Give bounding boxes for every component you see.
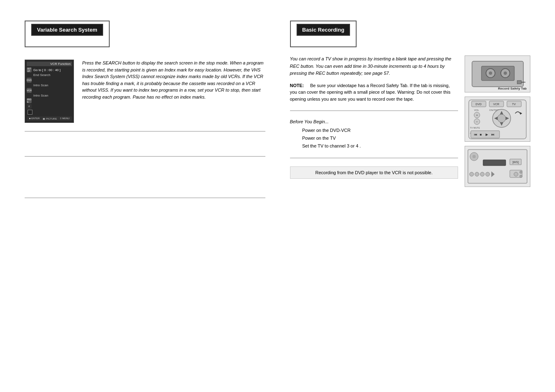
- vcr-row-prog: PROG: [27, 98, 72, 103]
- br-steps-list: Power on the DVD-VCR Power on the TV Set…: [290, 127, 458, 150]
- br-intro-text: You can record a TV show in progress by …: [290, 55, 458, 77]
- divider-2: [25, 156, 265, 157]
- vcr-front-svg: [WS]: [467, 148, 528, 185]
- svg-point-47: [514, 172, 518, 176]
- br-header-box: Basic Recording: [290, 21, 357, 47]
- svg-point-38: [472, 155, 476, 158]
- br-before-label: Before You Begin...: [290, 119, 458, 124]
- br-before-section: Before You Begin... Power on the DVD-VCR…: [290, 119, 458, 150]
- br-images-column: Record Safety Tab DVD VCR: [465, 55, 530, 187]
- svg-text:VCR: VCR: [493, 103, 500, 106]
- br-note-label: NOTE:: [290, 83, 304, 88]
- svg-point-48: [520, 171, 522, 173]
- svg-text:VOL: VOL: [474, 109, 479, 111]
- vcr-introscan1-label: Intro Scan: [27, 83, 48, 87]
- vcr-row-setup: SETUP Go to [ 0 : 00 : 40 ]: [27, 67, 72, 72]
- dvd-icon: DVD: [27, 78, 32, 83]
- vcr-goto-label: Go to [ 0 : 00 : 40 ]: [33, 68, 60, 72]
- two-column-layout: Variable Search System VCR Function SETU…: [16, 12, 539, 380]
- vcr-front-image-box: [WS]: [465, 146, 530, 187]
- svg-point-44: [480, 172, 484, 176]
- vcr-row-introscan-1: Intro Scan: [27, 83, 72, 87]
- svg-text:DVD: DVD: [476, 103, 482, 106]
- svg-text:+: +: [476, 113, 478, 117]
- svg-text:⏮: ⏮: [474, 133, 477, 136]
- vcr-btn-enter: ■ ENTER: [29, 117, 40, 120]
- vcr-row-vcr: VCR: [27, 88, 72, 93]
- vss-title: Variable Search System: [31, 24, 103, 36]
- vcr-row-func: F: [27, 104, 72, 109]
- cassette-svg: [470, 58, 525, 90]
- remote-svg: DVD VCR TV VOL ON/TIME +: [467, 98, 528, 141]
- vcr-screen-header: VCR Function: [27, 62, 72, 66]
- svg-rect-39: [483, 160, 506, 166]
- svg-text:⏭: ⏭: [491, 133, 495, 136]
- setup-icon: SETUP: [27, 67, 32, 72]
- vcr-row-dvd: DVD: [27, 78, 72, 83]
- vcr-btn-picture: ▣ PICTURE: [43, 117, 57, 120]
- divider-3: [25, 198, 265, 198]
- cassette-image-box: Record Safety Tab: [465, 55, 530, 92]
- recording-notice-text: Recording from the DVD player to the VCR…: [315, 170, 433, 175]
- br-main-content: You can record a TV show in progress by …: [290, 55, 531, 187]
- br-text-column: You can record a TV show in progress by …: [290, 55, 458, 187]
- svg-point-5: [504, 71, 507, 75]
- page-container: Variable Search System VCR Function SETU…: [0, 0, 555, 392]
- vcr-bottom-bar: ■ ENTER ▣ PICTURE ≡ MENU: [27, 116, 72, 121]
- right-column: Basic Recording You can record a TV show…: [282, 12, 539, 380]
- br-divider-1: [290, 111, 458, 111]
- remote-image-box: DVD VCR TV VOL ON/TIME +: [465, 97, 530, 142]
- br-step-2: Power on the TV: [302, 134, 458, 142]
- svg-point-3: [489, 71, 492, 75]
- br-step-3: Set the TV to channel 3 or 4 .: [302, 142, 458, 150]
- svg-text:[WS]: [WS]: [512, 161, 518, 164]
- svg-text:TV MUTE: TV MUTE: [470, 127, 480, 129]
- vcr-row-endsearch: End Search: [27, 73, 72, 77]
- vcr-bottom-square: [28, 110, 32, 115]
- svg-text:■: ■: [480, 133, 482, 136]
- br-note-section: NOTE: Be sure your videotape has a Recor…: [290, 82, 458, 103]
- svg-point-42: [470, 172, 474, 176]
- br-note-text: Be sure your videotape has a Record Safe…: [290, 83, 451, 101]
- divider-1: [25, 131, 265, 131]
- record-safety-label: Record Safety Tab: [498, 87, 527, 90]
- br-title: Basic Recording: [297, 24, 350, 36]
- svg-point-43: [475, 172, 479, 176]
- svg-text:TV: TV: [512, 103, 516, 106]
- vcr-btn-menu: ≡ MENU: [60, 117, 69, 120]
- vcr-screen: VCR Function SETUP Go to [ 0 : 00 : 40 ]…: [25, 60, 74, 123]
- vcr-row-introscan-2: Intro Scan: [27, 94, 72, 97]
- svg-point-23: [497, 114, 506, 122]
- vcr-row-bottom-icon: [27, 110, 72, 115]
- recording-notice: Recording from the DVD player to the VCR…: [290, 166, 458, 179]
- vcr-endsearch-label: End Search: [27, 73, 51, 77]
- svg-point-49: [520, 175, 522, 178]
- vss-body-text: Press the SEARCH button to display the s…: [82, 60, 265, 123]
- prog-icon: PROG: [27, 98, 32, 103]
- func-icon: F: [27, 104, 32, 109]
- br-step-1: Power on the DVD-VCR: [302, 127, 458, 134]
- svg-text:−: −: [476, 120, 478, 124]
- svg-point-45: [486, 172, 490, 176]
- left-column: Variable Search System VCR Function SETU…: [16, 12, 274, 380]
- br-divider-2: [290, 158, 458, 158]
- vcr-icon: VCR: [27, 88, 32, 93]
- vss-content: VCR Function SETUP Go to [ 0 : 00 : 40 ]…: [25, 60, 265, 123]
- svg-rect-6: [517, 81, 521, 84]
- svg-text:▶: ▶: [486, 133, 488, 136]
- vcr-introscan2-label: Intro Scan: [27, 94, 48, 97]
- vss-header-box: Variable Search System: [25, 21, 110, 47]
